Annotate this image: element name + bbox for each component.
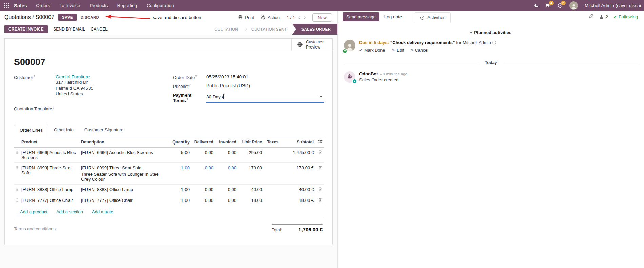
attachments-paperclip-icon[interactable]	[588, 14, 593, 20]
cell-taxes[interactable]	[264, 195, 286, 206]
col-taxes[interactable]: Taxes	[264, 136, 286, 148]
col-quantity[interactable]: Quantity	[170, 136, 191, 148]
breadcrumb-quotations[interactable]: Quotations	[4, 14, 31, 20]
cell-product[interactable]: [FURN_8999] Three-Seat Sofa	[20, 163, 80, 185]
delete-line-icon[interactable]	[318, 165, 323, 171]
messages-icon[interactable]: 4	[546, 3, 551, 8]
customer-link[interactable]: Gemini Furniture	[56, 74, 93, 79]
terms-and-conditions-placeholder[interactable]: Terms and conditions...	[14, 226, 59, 232]
col-delivered[interactable]: Delivered	[191, 136, 215, 148]
payment-terms-input[interactable]: 30 Days	[206, 92, 324, 103]
order-line-row: [FURN_8888] Office Lamp [FURN_8888] Offi…	[14, 185, 324, 195]
cell-product[interactable]: [FURN_6666] Acoustic Bloc Screens	[20, 148, 80, 163]
customer-preview-button[interactable]: Customer Preview	[291, 39, 332, 51]
cell-description[interactable]: [FURN_7777] Office Chair	[80, 195, 170, 206]
activities-tab[interactable]: Activities	[415, 12, 450, 23]
followers-button[interactable]: 2	[599, 14, 608, 19]
menu-orders[interactable]: Orders	[36, 3, 50, 8]
edit-activity-button[interactable]: ✎Edit	[392, 48, 404, 53]
send-by-email-button[interactable]: SEND BY EMAIL	[53, 27, 85, 32]
dropdown-caret-icon[interactable]	[320, 96, 323, 98]
cell-taxes[interactable]	[264, 148, 286, 163]
stage-quotation[interactable]: QUOTATION	[209, 24, 243, 35]
menu-configuration[interactable]: Configuration	[147, 3, 174, 8]
order-date-field[interactable]: 05/25/2023 15:40:01	[206, 74, 248, 80]
cell-unit-price[interactable]: 295.00	[238, 148, 264, 163]
dark-mode-moon-icon[interactable]	[534, 3, 539, 8]
col-subtotal[interactable]: Subtotal	[286, 136, 315, 148]
drag-handle-icon[interactable]	[15, 187, 18, 193]
save-button[interactable]: SAVE	[58, 14, 77, 21]
create-invoice-button[interactable]: CREATE INVOICE	[4, 25, 48, 33]
col-product[interactable]: Product	[20, 136, 80, 148]
drag-handle-icon[interactable]	[15, 198, 18, 204]
cell-invoiced[interactable]: 0.00	[215, 148, 238, 163]
cell-delivered[interactable]: 0.00	[191, 185, 215, 195]
send-message-button[interactable]: Send message	[343, 12, 379, 21]
add-a-product-link[interactable]: Add a product	[20, 209, 47, 214]
add-a-section-link[interactable]: Add a section	[56, 209, 83, 214]
customer-address: 317 Fairchild Dr Fairfield CA 94535 Unit…	[56, 79, 93, 97]
pager-next-icon[interactable]: ›	[304, 15, 306, 20]
tab-other-info[interactable]: Other Info	[48, 125, 79, 136]
delete-line-icon[interactable]	[318, 198, 323, 203]
cell-description[interactable]: [FURN_8999] Three-Seat SofaThree Seater …	[80, 163, 170, 185]
cell-unit-price[interactable]: 18.00	[238, 195, 264, 206]
cell-invoiced[interactable]: 0.00	[215, 195, 238, 206]
message-author[interactable]: OdooBot	[359, 71, 378, 76]
optional-columns-icon[interactable]	[318, 139, 323, 144]
cell-quantity[interactable]: 1.00	[170, 185, 191, 195]
cell-product[interactable]: [FURN_8888] Office Lamp	[20, 185, 80, 195]
drag-handle-icon[interactable]	[15, 165, 18, 171]
col-unit-price[interactable]: Unit Price	[238, 136, 264, 148]
menu-to-invoice[interactable]: To Invoice	[59, 3, 80, 8]
cell-quantity[interactable]: 5.00	[170, 148, 191, 163]
tab-customer-signature[interactable]: Customer Signature	[79, 125, 129, 136]
app-name[interactable]: Sales	[14, 3, 27, 8]
pricelist-field[interactable]: Public Pricelist (USD)	[206, 83, 250, 89]
cell-unit-price[interactable]: 40.00	[238, 185, 264, 195]
stage-sales-order-active[interactable]: SALES ORDER	[292, 24, 337, 35]
cell-delivered[interactable]: 0.00	[191, 163, 215, 185]
pager-previous-icon[interactable]: ‹	[298, 15, 300, 20]
cell-description[interactable]: [FURN_8888] Office Lamp	[80, 185, 170, 195]
cell-delivered[interactable]: 0.00	[191, 195, 215, 206]
menu-reporting[interactable]: Reporting	[117, 3, 137, 8]
action-button[interactable]: Action	[261, 15, 280, 20]
add-a-note-link[interactable]: Add a note	[92, 209, 113, 214]
cell-unit-price[interactable]: 173.00	[238, 163, 264, 185]
cell-product[interactable]: [FURN_7777] Office Chair	[20, 195, 80, 206]
apps-grid-icon[interactable]	[3, 2, 11, 9]
drag-handle-icon[interactable]	[15, 150, 18, 156]
menu-products[interactable]: Products	[90, 3, 108, 8]
print-button[interactable]: Print	[238, 15, 254, 20]
cell-description[interactable]: [FURN_6666] Acoustic Bloc Screens	[80, 148, 170, 163]
quotation-template-label: Quotation Template?	[14, 106, 56, 111]
user-name[interactable]: Mitchell Admin (save_discar	[585, 3, 641, 8]
mark-done-button[interactable]: ✔Mark Done	[359, 48, 385, 53]
tab-order-lines[interactable]: Order Lines	[14, 125, 48, 136]
cancel-activity-button[interactable]: ×Cancel	[411, 48, 428, 53]
activities-clock-icon[interactable]: 2	[558, 3, 563, 8]
cell-invoiced[interactable]: 0.00	[215, 185, 238, 195]
cell-invoiced[interactable]: 0.00	[215, 163, 238, 185]
new-button[interactable]: New	[312, 13, 332, 22]
cell-taxes[interactable]	[264, 163, 286, 185]
cell-quantity[interactable]: 1.00	[170, 195, 191, 206]
delete-line-icon[interactable]	[318, 187, 323, 192]
cell-delivered[interactable]: 0.00	[191, 148, 215, 163]
log-note-button[interactable]: Log note	[384, 14, 402, 19]
col-description[interactable]: Description	[80, 136, 170, 148]
planned-activities-toggle[interactable]: ▾ Planned activities	[343, 30, 639, 35]
col-invoiced[interactable]: Invoiced	[215, 136, 238, 148]
cell-quantity[interactable]: 1.00	[170, 163, 191, 185]
breadcrumb-row: Quotations / S00007 SAVE DISCARD save an…	[0, 11, 337, 24]
cancel-button[interactable]: CANCEL	[91, 27, 108, 32]
info-icon[interactable]	[492, 40, 496, 45]
discard-button[interactable]: DISCARD	[81, 15, 99, 19]
cell-taxes[interactable]	[264, 185, 286, 195]
user-avatar[interactable]	[569, 1, 578, 10]
following-button[interactable]: ✔ Following	[613, 14, 638, 19]
stage-quotation-sent[interactable]: QUOTATION SENT	[246, 24, 292, 35]
delete-line-icon[interactable]	[318, 150, 323, 155]
